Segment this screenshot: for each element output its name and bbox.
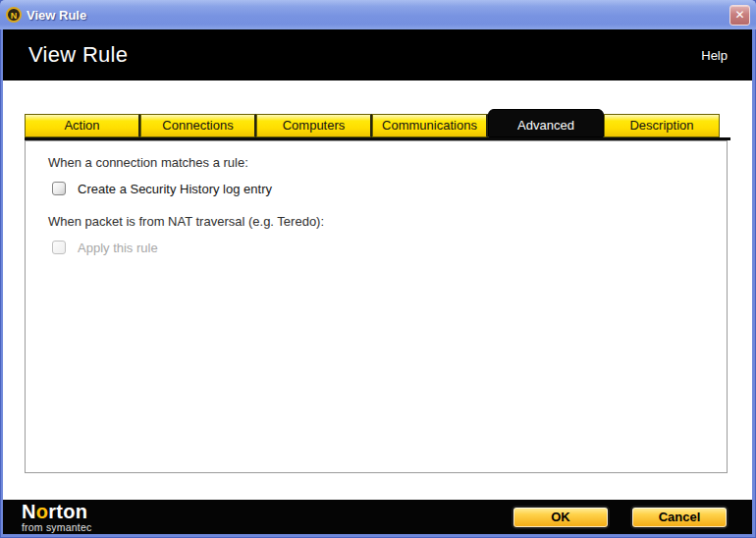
ok-button[interactable]: OK xyxy=(512,506,610,529)
tab-connections[interactable]: Connections xyxy=(140,114,256,137)
page-title: View Rule xyxy=(28,42,128,68)
security-history-log-label: Create a Security History log entry xyxy=(78,182,272,196)
view-rule-dialog: N View Rule ✕ View Rule Help Action Conn… xyxy=(0,0,756,538)
dialog-client-area: View Rule Help Action Connections Comput… xyxy=(3,29,752,534)
apply-rule-label: Apply this rule xyxy=(78,241,158,255)
brand-tagline: from symantec xyxy=(22,522,91,533)
security-history-log-row: Create a Security History log entry xyxy=(52,181,727,196)
tab-strip: Action Connections Computers Communicati… xyxy=(25,109,720,137)
norton-logo-icon: N xyxy=(6,7,22,23)
footer-buttons: OK Cancel xyxy=(512,506,729,529)
norton-wordmark: Norton xyxy=(22,502,91,521)
help-link[interactable]: Help xyxy=(701,48,728,63)
dialog-footer: Norton from symantec OK Cancel xyxy=(3,500,752,534)
tab-computers[interactable]: Computers xyxy=(256,114,372,137)
apply-rule-checkbox xyxy=(52,241,66,254)
tab-description[interactable]: Description xyxy=(604,114,720,137)
tab-advanced[interactable]: Advanced xyxy=(488,109,604,137)
window-titlebar[interactable]: N View Rule ✕ xyxy=(0,0,756,29)
nat-traversal-label: When packet is from NAT traversal (e.g. … xyxy=(48,214,727,230)
connection-match-label: When a connection matches a rule: xyxy=(48,155,727,171)
brand-o: o xyxy=(36,501,49,522)
dialog-header: View Rule Help xyxy=(3,29,752,81)
security-history-log-checkbox[interactable] xyxy=(52,182,66,195)
cancel-button[interactable]: Cancel xyxy=(630,506,729,529)
brand-prefix: N xyxy=(22,501,36,522)
apply-rule-row: Apply this rule xyxy=(52,240,727,255)
window-title: View Rule xyxy=(27,8,729,23)
advanced-tab-panel: When a connection matches a rule: Create… xyxy=(25,140,728,473)
norton-brand-logo: Norton from symantec xyxy=(22,502,91,533)
close-icon[interactable]: ✕ xyxy=(729,5,750,26)
brand-suffix: rton xyxy=(48,501,87,522)
tab-action[interactable]: Action xyxy=(25,114,140,137)
tab-communications[interactable]: Communications xyxy=(372,114,488,137)
